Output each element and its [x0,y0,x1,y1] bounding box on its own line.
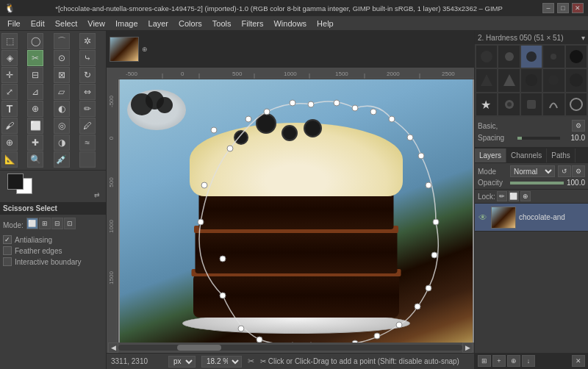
crop-tool[interactable]: ⊠ [54,67,70,83]
menu-view[interactable]: View [83,18,110,29]
color-picker-tool[interactable]: 💉 [54,151,70,168]
select-by-color-tool[interactable]: ◈ [1,50,18,66]
interactive-boundary-option[interactable]: Interactive boundary [3,257,103,266]
menu-tools[interactable]: Tools [208,18,236,29]
flip-tool[interactable]: ⇔ [79,84,96,100]
foreground-select-tool[interactable]: ⊙ [54,50,70,66]
delete-layer-button[interactable]: ✕ [572,355,585,367]
close-button[interactable]: ✕ [572,3,584,13]
paths-tool[interactable]: ⤷ [79,50,96,66]
brush-cell[interactable] [498,46,519,68]
menu-filters[interactable]: Filters [237,18,268,29]
brush-cell[interactable] [566,69,587,91]
mode-new-button[interactable]: ⬜ [26,218,38,229]
scale-tool[interactable]: ⤢ [1,84,18,100]
antialiasing-option[interactable]: ✓ Antialiasing [3,235,103,244]
layer-item[interactable]: 👁 chocolate-and [475,204,588,232]
brush-cell[interactable] [521,93,542,115]
brush-cell[interactable] [498,69,519,91]
horizontal-scroll-thumb[interactable] [177,345,221,351]
unit-selector[interactable]: px [168,356,196,368]
menu-image[interactable]: Image [111,18,143,29]
mode-more-button[interactable]: ⚙ [572,165,585,177]
dodge-burn-tool[interactable]: ◑ [54,135,70,151]
menu-edit[interactable]: Edit [26,18,49,29]
mode-add-button[interactable]: ⊞ [39,218,51,229]
free-select-tool[interactable]: ⌒ [54,33,70,49]
brush-cell[interactable] [476,46,497,68]
brush-cell[interactable] [543,46,564,68]
layers-tab[interactable]: Layers [475,148,506,162]
horizontal-scrollbar[interactable]: ◀ ▶ [107,343,474,353]
mode-subtract-button[interactable]: ⊟ [51,218,63,229]
opacity-slider[interactable] [510,182,564,184]
airbrush-tool[interactable]: ◎ [54,118,70,134]
lock-position-button[interactable]: ⊕ [520,191,531,201]
smudge-tool[interactable]: ≈ [79,135,96,151]
eraser-tool[interactable]: ⬜ [27,118,43,134]
brush-cell-selected[interactable] [521,46,542,68]
lock-pixels-button[interactable]: ✏ [497,191,507,201]
paintbrush-tool[interactable]: 🖌 [1,118,18,134]
layer-visibility-toggle[interactable]: 👁 [478,212,488,223]
brush-cell[interactable] [476,69,497,91]
brush-cell[interactable] [566,46,587,68]
lock-alpha-button[interactable]: ⬜ [509,191,519,201]
paths-tab[interactable]: Paths [547,148,576,162]
spacing-slider[interactable] [517,137,560,140]
maximize-button[interactable]: □ [557,3,569,13]
menu-help[interactable]: Help [312,18,338,29]
scroll-right-button[interactable]: ▶ [462,343,473,353]
blend-tool[interactable]: ◐ [54,101,70,117]
mode-reset-button[interactable]: ↺ [558,165,571,177]
brush-cell[interactable] [543,69,564,91]
feather-edges-option[interactable]: Feather edges [3,246,103,255]
zoom-selector[interactable]: 18.2 % 12.5 % 25 % 50 % 100 % [201,356,242,368]
heal-tool[interactable]: ✚ [27,135,43,151]
antialiasing-checkbox[interactable]: ✓ [3,235,12,244]
rect-select-tool[interactable]: ⬚ [1,33,18,49]
reset-colors-icon[interactable]: ⇄ [94,191,100,198]
measure-tool[interactable]: 📐 [1,151,18,168]
image-thumbnail[interactable] [110,37,139,62]
brush-options-button[interactable]: ⚙ [572,120,585,132]
canvas-viewport[interactable] [118,79,474,343]
channels-tab[interactable]: Channels [506,148,547,162]
fuzzy-select-tool[interactable]: ✲ [79,33,96,49]
duplicate-layer-button[interactable]: ⊕ [507,355,520,367]
mode-intersect-button[interactable]: ⊡ [64,218,76,229]
move-tool[interactable]: ✛ [1,67,18,83]
clone-tool[interactable]: ⊕ [1,135,18,151]
bucket-fill-tool[interactable]: ⊕ [27,101,43,117]
scroll-left-button[interactable]: ◀ [108,343,118,353]
menu-colors[interactable]: Colors [174,18,207,29]
merge-down-button[interactable]: ↓ [522,355,535,367]
scissors-select-tool[interactable]: ✂ [27,50,43,66]
pencil-tool[interactable]: ✏ [79,101,96,117]
menu-windows[interactable]: Windows [269,18,311,29]
brush-cell[interactable] [498,93,519,115]
brush-cell[interactable]: ★ [476,93,497,115]
perspective-tool[interactable]: ▱ [54,84,70,100]
feather-edges-checkbox[interactable] [3,246,12,255]
shear-tool[interactable]: ⊿ [27,84,43,100]
ink-tool[interactable]: 🖊 [79,118,96,134]
minimize-button[interactable]: – [542,3,554,13]
align-tool[interactable]: ⊟ [27,67,43,83]
menu-file[interactable]: File [3,18,25,29]
new-layer-group-button[interactable]: ⊞ [478,355,491,367]
horizontal-scroll-track[interactable] [118,345,462,351]
brush-cell[interactable] [543,93,564,115]
new-layer-button[interactable]: + [492,355,506,367]
interactive-checkbox[interactable] [3,257,12,266]
rotate-tool[interactable]: ↻ [79,67,96,83]
text-tool[interactable]: T [1,101,18,117]
ellipse-select-tool[interactable]: ◯ [27,33,43,49]
brush-cell[interactable] [521,69,542,91]
zoom-tool[interactable]: 🔍 [27,151,43,168]
foreground-color-swatch[interactable] [7,173,24,190]
brushes-collapse-icon[interactable]: ▾ [581,34,585,42]
mode-dropdown[interactable]: Normal Multiply Screen [510,165,555,177]
brush-cell[interactable] [566,93,587,115]
menu-select[interactable]: Select [51,18,82,29]
